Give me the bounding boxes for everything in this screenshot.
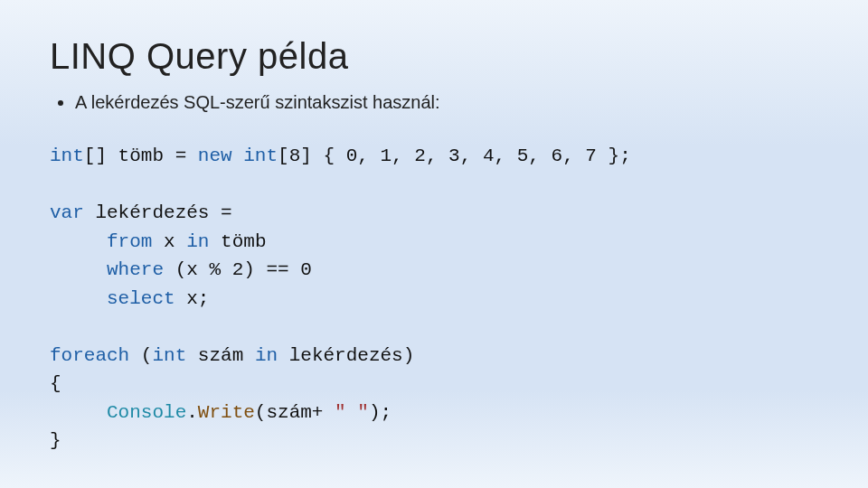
slide: LINQ Query példa A lekérdezés SQL-szerű … — [0, 0, 868, 488]
code-block: int[] tömb = new int[8] { 0, 1, 2, 3, 4,… — [50, 142, 818, 455]
code-keyword: int — [152, 345, 186, 366]
code-method: Write — [198, 402, 255, 423]
code-keyword: int — [243, 145, 278, 166]
code-text: (szám+ — [255, 402, 335, 423]
code-text: x; — [175, 288, 210, 309]
code-text: ); — [369, 402, 392, 423]
code-keyword: in — [186, 231, 209, 252]
code-keyword: int — [50, 145, 84, 166]
code-text: . — [186, 402, 198, 423]
code-text: lekérdezés) — [278, 345, 414, 366]
code-text: } — [50, 430, 61, 451]
code-text: [8] { 0, 1, 2, 3, 4, 5, 6, 7 }; — [278, 145, 631, 166]
code-text — [50, 288, 107, 309]
code-text: (x % 2) == 0 — [164, 259, 312, 280]
slide-title: LINQ Query példa — [50, 36, 818, 77]
code-text — [50, 231, 107, 252]
code-text: { — [50, 373, 61, 394]
code-keyword: select — [107, 288, 175, 309]
code-text — [232, 145, 244, 166]
code-keyword: new — [198, 145, 232, 166]
bullet-item: A lekérdezés SQL-szerű szintakszist hasz… — [75, 89, 818, 115]
code-text: [] tömb = — [84, 145, 198, 166]
code-text: szám — [186, 345, 255, 366]
code-keyword: foreach — [50, 345, 129, 366]
code-class: Console — [107, 402, 186, 423]
bullet-list: A lekérdezés SQL-szerű szintakszist hasz… — [50, 89, 818, 115]
code-text: ( — [129, 345, 152, 366]
code-keyword: where — [107, 259, 164, 280]
code-text: tömb — [209, 231, 266, 252]
code-text: lekérdezés = — [84, 202, 232, 223]
code-string: " " — [335, 402, 369, 423]
code-keyword: from — [107, 231, 152, 252]
code-text — [50, 259, 107, 280]
code-text: x — [152, 231, 186, 252]
code-text — [50, 402, 107, 423]
code-keyword: var — [50, 202, 84, 223]
code-keyword: in — [255, 345, 278, 366]
